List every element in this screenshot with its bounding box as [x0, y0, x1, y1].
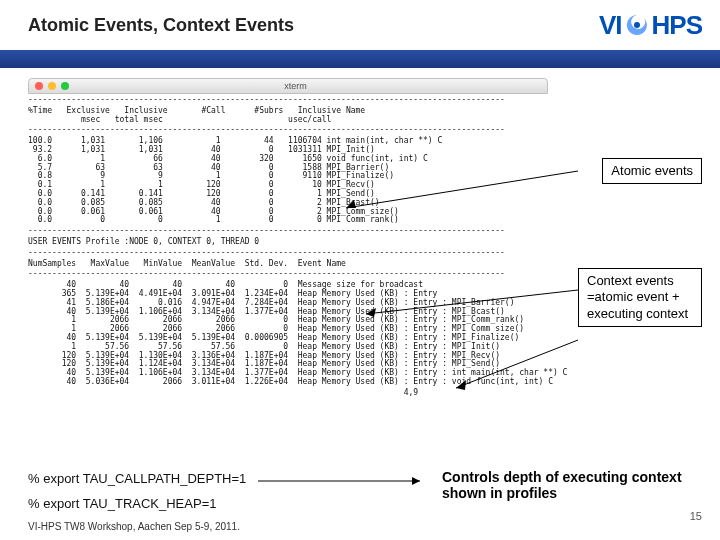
ue-dash: ----------------------------------------… [28, 227, 548, 236]
callout-context-label: Context events =atomic event + executing… [587, 273, 688, 321]
profile-dash: ----------------------------------------… [28, 96, 548, 105]
terminal-titlebar: xterm [28, 78, 548, 94]
callout-atomic-events: Atomic events [602, 158, 702, 184]
logo-text-vi: VI [599, 10, 622, 41]
callout-atomic-label: Atomic events [611, 163, 693, 178]
ue-title: USER EVENTS Profile :NODE 0, CONTEXT 0, … [28, 238, 548, 247]
slide-title: Atomic Events, Context Events [28, 15, 294, 36]
profile-rows: 100.0 1,031 1,106 1 44 1106704 int main(… [28, 137, 548, 225]
profile-header: %Time Exclusive Inclusive #Call #Subrs I… [28, 107, 548, 125]
header-accent-bar [0, 50, 720, 68]
ue-dash3: ----------------------------------------… [28, 270, 548, 279]
slide-header: Atomic Events, Context Events VI HPS [0, 0, 720, 50]
content-area: xterm ----------------------------------… [0, 68, 720, 472]
terminal-output: ----------------------------------------… [28, 96, 548, 398]
profile-dash2: ----------------------------------------… [28, 126, 548, 135]
footer-zone: % export TAU_CALLPATH_DEPTH=1 % export T… [0, 471, 720, 540]
svg-point-0 [634, 22, 640, 28]
callout-context-events: Context events =atomic event + executing… [578, 268, 702, 327]
event-info: VI-HPS TW8 Workshop, Aachen Sep 5-9, 201… [28, 521, 702, 532]
logo-text-hps: HPS [652, 10, 702, 41]
vihps-logo: VI HPS [599, 10, 702, 41]
ue-dash2: ----------------------------------------… [28, 249, 548, 258]
logo-swirl-icon [625, 13, 649, 37]
controls-note: Controls depth of executing context show… [442, 469, 702, 501]
close-icon [35, 82, 43, 90]
terminal-title: xterm [44, 81, 547, 91]
page-number: 15 [690, 510, 702, 522]
ue-rows: 40 40 40 40 0 Message size for broadcast… [28, 281, 548, 387]
terminal-tail: 4,9 [28, 389, 548, 398]
ue-header: NumSamples MaxValue MinValue MeanValue S… [28, 260, 548, 269]
